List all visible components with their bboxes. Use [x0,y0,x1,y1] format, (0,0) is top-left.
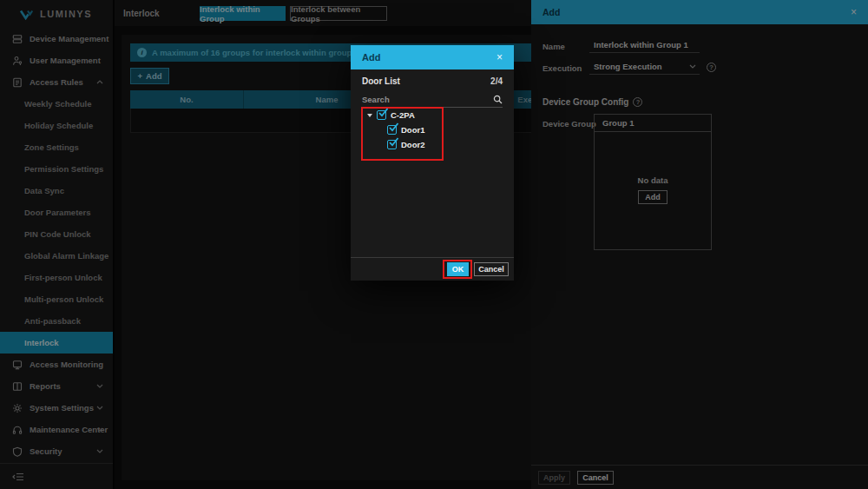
search-box [362,91,503,108]
selected-count-badge: 2/4 [490,76,503,86]
modal-cancel-button[interactable]: Cancel [474,262,509,276]
tree-node-door2[interactable]: Door2 [387,140,424,149]
checkbox-checked-icon[interactable] [387,140,397,149]
app-window: LUMINYS Device Management User Managemen… [0,0,868,489]
modal-footer-divider [351,257,514,258]
caret-down-icon[interactable] [367,114,372,117]
close-icon[interactable]: × [496,52,503,63]
tree-node-door1[interactable]: Door1 [387,125,424,135]
tree-node-label: Door1 [401,125,424,135]
modal-header: Add × [351,45,514,69]
checkbox-checked-icon[interactable] [387,125,397,135]
tree-node-label: Door2 [401,140,424,149]
modal-title: Add [362,52,380,63]
tree-node-label: C-2PA [391,110,415,120]
search-icon[interactable] [493,95,503,104]
tree-node-c2pa[interactable]: C-2PA [367,110,415,120]
door-list-modal: Add × Door List 2/4 C-2PA Doo [351,45,514,281]
checkbox-checked-icon[interactable] [377,110,386,120]
search-input[interactable] [362,95,493,104]
door-list-row: Door List 2/4 [362,76,503,86]
ok-button[interactable]: OK [447,262,469,276]
door-list-label: Door List [362,76,400,86]
